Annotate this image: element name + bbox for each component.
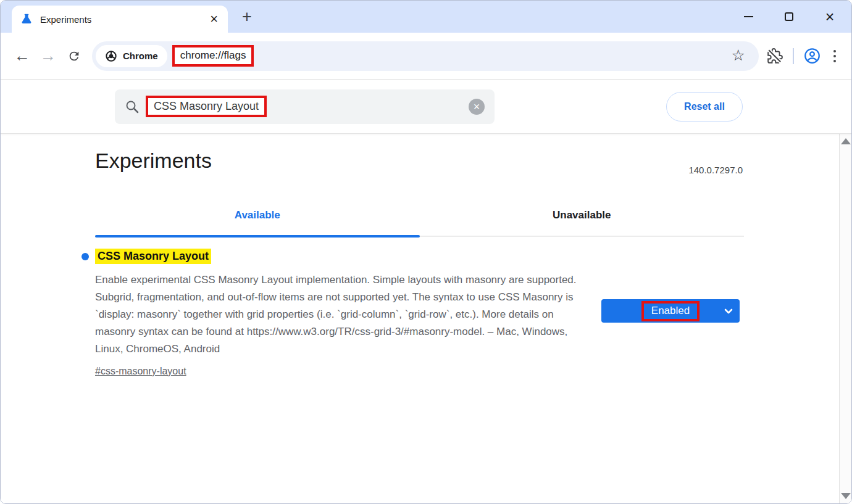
maximize-button[interactable] [769, 1, 809, 33]
search-annotation-box: CSS Masonry Layout [146, 96, 267, 117]
profile-icon [804, 48, 821, 64]
tabs-active-indicator [95, 235, 420, 238]
tabs-track [95, 235, 744, 238]
forward-button[interactable]: → [35, 43, 61, 69]
titlebar: Experiments × + × [1, 1, 851, 33]
back-button[interactable]: ← [9, 43, 35, 69]
extensions-disabled-button[interactable] [762, 44, 787, 68]
page-title: Experiments [95, 149, 212, 173]
tab-available[interactable]: Available [95, 203, 420, 235]
kebab-icon [833, 50, 836, 52]
experiment-bullet-dot [81, 253, 89, 260]
window-controls: × [728, 1, 850, 33]
menu-button[interactable] [824, 50, 845, 62]
search-icon [125, 99, 140, 114]
address-bar[interactable]: Chrome chrome://flags ☆ [92, 41, 759, 71]
chevron-down-icon [724, 308, 733, 315]
scroll-down-arrow-icon[interactable] [841, 493, 851, 499]
new-tab-button[interactable]: + [238, 8, 256, 27]
flags-beaker-icon [20, 13, 33, 25]
site-chip-label: Chrome [123, 51, 158, 61]
maximize-icon [785, 12, 793, 21]
site-chip[interactable]: Chrome [96, 45, 167, 67]
experiment-select[interactable]: Enabled [601, 299, 740, 323]
scroll-up-arrow-icon[interactable] [841, 138, 851, 144]
profile-button[interactable] [800, 44, 824, 68]
enabled-annotation-box: Enabled [641, 301, 700, 321]
experiment-description: Enable experimental CSS Masonry Layout i… [95, 271, 586, 358]
minimize-button[interactable] [728, 1, 769, 33]
tab-close-icon[interactable]: × [206, 11, 222, 27]
bookmark-star-icon[interactable]: ☆ [732, 48, 753, 64]
experiment-name: CSS Masonry Layout [95, 249, 211, 264]
close-window-button[interactable]: × [809, 1, 850, 33]
flags-tabs: Available Unavailable [95, 203, 744, 238]
toolbar-divider [793, 48, 794, 64]
version-number: 140.0.7297.0 [688, 165, 743, 175]
flags-search-box[interactable]: CSS Masonry Layout × [115, 89, 495, 124]
clear-search-button[interactable]: × [469, 99, 485, 115]
flags-search-input[interactable]: CSS Masonry Layout [154, 100, 259, 112]
extensions-off-icon [767, 48, 783, 64]
scrollbar[interactable] [839, 134, 851, 503]
reset-all-button[interactable]: Reset all [666, 92, 743, 122]
flags-search-header: CSS Masonry Layout × Reset all [1, 80, 851, 134]
url-annotation-box: chrome://flags [172, 45, 254, 67]
experiment-permalink[interactable]: #css-masonry-layout [95, 366, 186, 377]
reload-button[interactable] [61, 43, 87, 69]
flags-page-content: Experiments 140.0.7297.0 Available Unava… [1, 134, 851, 503]
reload-icon [67, 49, 81, 63]
tab-unavailable[interactable]: Unavailable [420, 203, 745, 235]
chrome-logo-icon [105, 50, 117, 62]
url-text[interactable]: chrome://flags [180, 49, 246, 61]
browser-tab-experiments[interactable]: Experiments × [12, 6, 228, 33]
tab-title: Experiments [40, 14, 206, 25]
browser-toolbar: ← → Chrome chrome://flags ☆ [1, 33, 851, 80]
browser-window: Experiments × + × ← → Chrome chrome [0, 0, 852, 504]
experiment-select-value: Enabled [651, 305, 690, 316]
minimize-icon [744, 16, 753, 17]
experiment-row: CSS Masonry Layout Enable experimental C… [81, 249, 744, 377]
